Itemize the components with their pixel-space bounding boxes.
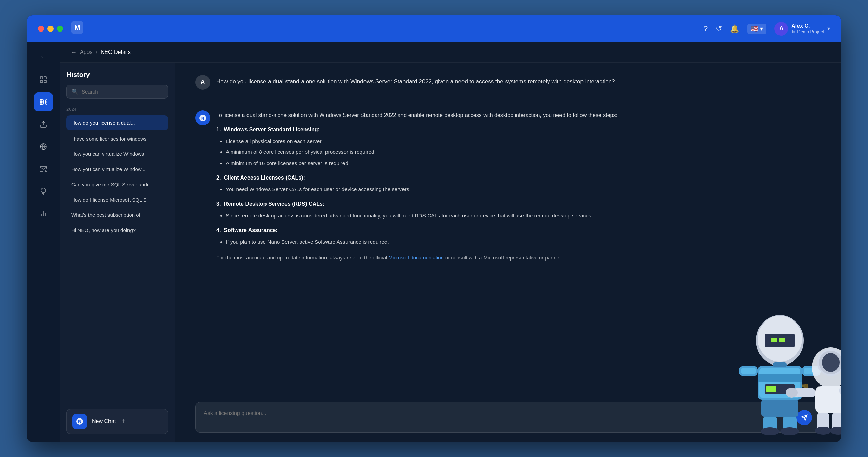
bot-intro-text: To license a dual stand-alone solution w… [216, 110, 821, 120]
refresh-icon[interactable]: ↺ [716, 24, 722, 33]
list-item[interactable]: i have some licenses for windows [66, 132, 168, 146]
chat-input-area [175, 397, 841, 442]
svg-text:M: M [75, 24, 80, 32]
history-year-label: 2024 [66, 107, 168, 112]
list-item[interactable]: How do you license a dual... ··· [66, 115, 168, 130]
search-input[interactable] [82, 89, 163, 95]
chat-input[interactable] [204, 409, 791, 425]
breadcrumb-separator: / [96, 49, 97, 55]
section-title-4: 4. Software Assurance: [216, 226, 821, 235]
response-section-2: 2. Client Access Licenses (CALs): You ne… [216, 173, 821, 194]
sidebar-narrow: ← [27, 42, 60, 442]
bot-avatar: N [195, 110, 210, 125]
section-number-4: 4. [216, 227, 222, 233]
section-title-3: 3. Remote Desktop Services (RDS) CALs: [216, 199, 821, 208]
bell-icon[interactable]: 🔔 [730, 24, 739, 33]
svg-point-8 [45, 99, 46, 100]
svg-text:N: N [201, 116, 204, 120]
chat-messages: A How do you license a dual stand-alone … [175, 63, 841, 383]
dislike-action-icon[interactable]: 👎 [801, 383, 809, 391]
share-action-icon[interactable]: ↗ [815, 383, 821, 391]
app-window: M ? ↺ 🔔 🇺🇸 ▾ A Alex C. 🖥Demo Project ▾ [27, 15, 841, 442]
user-info: Alex C. 🖥Demo Project [791, 23, 824, 34]
minimize-button[interactable] [47, 26, 54, 32]
breadcrumb-current: NEO Details [101, 49, 131, 55]
sidebar-item-bulb[interactable] [34, 182, 53, 201]
section-name-2: Client Access Licenses (CALs): [224, 175, 305, 181]
svg-point-13 [43, 104, 44, 105]
list-item[interactable]: How you can virtualize Window... [66, 162, 168, 176]
svg-point-7 [43, 99, 44, 100]
message-actions: ↻ 👎 ↗ [175, 383, 841, 391]
svg-text:N: N [78, 419, 81, 424]
search-icon: 🔍 [72, 88, 78, 95]
new-chat-button[interactable]: N New Chat + [66, 409, 168, 434]
new-chat-plus-icon: + [122, 417, 126, 425]
section-title-1: 1. Windows Server Standard Licensing: [216, 125, 821, 134]
back-button[interactable]: ← [71, 49, 77, 56]
bullet-list-4: If you plan to use Nano Server, active S… [216, 237, 821, 246]
section-title-2: 2. Client Access Licenses (CALs): [216, 173, 821, 182]
svg-point-14 [45, 104, 46, 105]
bullet-item: You need Windows Server CALs for each us… [226, 185, 821, 194]
section-number-1: 1. [216, 127, 222, 132]
list-item[interactable]: What's the best subscription of [66, 208, 168, 222]
language-selector[interactable]: 🇺🇸 ▾ [747, 24, 766, 34]
titlebar: M ? ↺ 🔔 🇺🇸 ▾ A Alex C. 🖥Demo Project ▾ [27, 15, 841, 42]
list-item[interactable]: How do I license Microsoft SQL S [66, 193, 168, 207]
close-button[interactable] [38, 26, 44, 32]
chat-area: A How do you license a dual stand-alone … [175, 63, 841, 442]
list-item[interactable]: Can you give me SQL Server audit [66, 178, 168, 191]
sidebar-item-inbox[interactable] [34, 160, 53, 179]
history-item-text: i have some licenses for windows [71, 136, 147, 142]
history-item-text: How do I license Microsoft SQL S [71, 197, 147, 203]
sidebar-toggle-button[interactable]: ← [36, 49, 51, 64]
main-layout: ← [27, 42, 841, 442]
body-layout: History 🔍 2024 How do you license a dual… [60, 63, 841, 442]
sidebar-item-grid[interactable] [34, 70, 53, 89]
bullet-list-2: You need Windows Server CALs for each us… [216, 185, 821, 194]
svg-point-10 [43, 101, 44, 103]
bullet-item: A minimum of 8 core licenses per physica… [226, 148, 821, 157]
new-chat-label: New Chat [92, 418, 116, 424]
response-section-1: 1. Windows Server Standard Licensing: Li… [216, 125, 821, 168]
svg-point-12 [40, 104, 42, 105]
svg-rect-5 [44, 80, 46, 83]
maximize-button[interactable] [57, 26, 63, 32]
titlebar-actions: ? ↺ 🔔 🇺🇸 ▾ A Alex C. 🖥Demo Project ▾ [704, 22, 830, 36]
sidebar-item-apps[interactable] [34, 92, 53, 111]
send-button[interactable] [796, 410, 812, 425]
history-title: History [66, 71, 168, 79]
sidebar-item-upload[interactable] [34, 115, 53, 134]
sidebar-item-chart[interactable] [34, 204, 53, 223]
list-item[interactable]: Hi NEO, how are you doing? [66, 223, 168, 237]
list-item[interactable]: How you can virtualize Windows [66, 147, 168, 161]
bot-message: N To license a dual stand-alone solution… [195, 110, 821, 262]
chat-input-box [195, 402, 821, 433]
bullet-item: If you plan to use Nano Server, active S… [226, 237, 821, 246]
history-item-text: How do you license a dual... [71, 120, 135, 126]
svg-rect-4 [40, 80, 43, 83]
message-divider [195, 101, 821, 101]
refresh-action-icon[interactable]: ↻ [790, 383, 795, 391]
app-logo: M [71, 21, 83, 36]
sidebar-item-globe[interactable] [34, 137, 53, 156]
user-message-text: How do you license a dual stand-alone so… [216, 77, 821, 86]
help-icon[interactable]: ? [704, 24, 708, 33]
svg-point-9 [40, 101, 42, 103]
section-name-3: Remote Desktop Services (RDS) CALs: [224, 201, 324, 207]
section-name-1: Windows Server Standard Licensing: [224, 127, 320, 132]
section-number-3: 3. [216, 201, 222, 207]
history-item-text: What's the best subscription of [71, 212, 140, 218]
microsoft-link[interactable]: Microsoft documentation [388, 255, 443, 261]
section-number-2: 2. [216, 175, 222, 181]
bot-message-content: To license a dual stand-alone solution w… [216, 110, 821, 262]
history-item-text: Can you give me SQL Server audit [71, 182, 150, 187]
svg-rect-2 [40, 77, 43, 79]
user-message-content: How do you license a dual stand-alone so… [216, 75, 821, 86]
history-item-text: How you can virtualize Window... [71, 166, 145, 172]
window-controls [38, 26, 63, 32]
history-item-menu-icon[interactable]: ··· [158, 119, 163, 126]
user-dropdown-icon[interactable]: ▾ [827, 25, 830, 32]
bullet-list-3: Since remote desktop access is considere… [216, 211, 821, 220]
